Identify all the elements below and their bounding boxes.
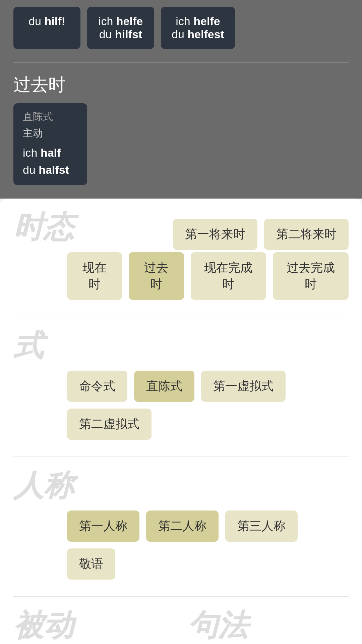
- voice-title: 被动: [13, 610, 174, 640]
- chip-past-perfect[interactable]: 过去完成时: [273, 252, 349, 300]
- conj-card-3[interactable]: ich helfe du helfest: [161, 7, 235, 49]
- chip-first-person[interactable]: 第一人称: [67, 511, 139, 542]
- divider-1: [13, 317, 349, 317]
- chip-present-perfect[interactable]: 现在完成时: [191, 252, 266, 300]
- card3-line2-normal: du: [172, 28, 187, 41]
- card1-normal: du: [28, 15, 44, 28]
- chip-second-future[interactable]: 第二将来时: [264, 219, 349, 250]
- voice-syntax-row: 被动 主动 被动 句法: [13, 610, 349, 644]
- card2-line1-normal: ich: [99, 15, 116, 28]
- divider-2: [13, 457, 349, 457]
- card2-line1-bold: helfe: [116, 15, 143, 28]
- past-voice-label: 主动: [23, 126, 78, 140]
- chip-first-future[interactable]: 第一将来时: [173, 219, 257, 250]
- mode-section: 式 命令式 直陈式 第一虚拟式 第二虚拟式: [13, 330, 349, 440]
- conj-card-1[interactable]: du hilf!: [13, 7, 80, 49]
- voice-section: 被动 主动 被动: [13, 610, 174, 644]
- chip-indicative[interactable]: 直陈式: [134, 371, 194, 402]
- chip-subjunctive-2[interactable]: 第二虚拟式: [67, 409, 152, 440]
- chip-third-person[interactable]: 第三人称: [225, 511, 298, 542]
- card2-line2-normal: du: [99, 28, 115, 41]
- chip-imperative[interactable]: 命令式: [67, 371, 127, 402]
- person-title: 人称: [13, 470, 349, 500]
- card3-line1-normal: ich: [176, 15, 193, 28]
- chip-past[interactable]: 过去时: [129, 252, 184, 300]
- syntax-section: 句法: [188, 610, 349, 644]
- card3-line1-bold: helfe: [193, 15, 220, 28]
- tense-title: 时态: [13, 212, 74, 242]
- conj-card-2[interactable]: ich helfe du hilfst: [87, 7, 154, 49]
- top-section: du hilf! ich helfe du hilfst ich helfe d…: [0, 0, 362, 199]
- mode-title: 式: [13, 330, 349, 361]
- chip-formal[interactable]: 敬语: [67, 548, 115, 580]
- tense-bottom-chips: 现在时 过去时 现在完成时 过去完成时: [13, 252, 349, 300]
- card2-line2-bold: hilfst: [115, 28, 142, 41]
- conjugation-cards: du hilf! ich helfe du hilfst ich helfe d…: [13, 7, 349, 49]
- syntax-title: 句法: [188, 610, 349, 640]
- chip-subjunctive-1[interactable]: 第一虚拟式: [201, 371, 286, 402]
- past-forms: ich halfdu halfst: [23, 144, 78, 178]
- top-divider: [13, 62, 349, 63]
- card3-line2-bold: helfest: [187, 28, 224, 41]
- divider-3: [13, 596, 349, 597]
- mode-chips: 命令式 直陈式 第一虚拟式 第二虚拟式: [13, 371, 349, 440]
- chip-second-person[interactable]: 第二人称: [146, 511, 219, 542]
- past-tense-label: 过去时: [13, 73, 349, 97]
- chip-present[interactable]: 现在时: [67, 252, 122, 300]
- past-mode-label: 直陈式: [23, 110, 78, 124]
- filter-panel: 时态 第一将来时 第二将来时 现在时 过去时 现在完成时 过去完成时 式 命令式…: [0, 199, 362, 644]
- card1-bold: hilf!: [44, 15, 65, 28]
- tense-section: 时态 第一将来时 第二将来时 现在时 过去时 现在完成时 过去完成时: [13, 212, 349, 300]
- person-chips: 第一人称 第二人称 第三人称 敬语: [13, 511, 349, 580]
- person-section: 人称 第一人称 第二人称 第三人称 敬语: [13, 470, 349, 580]
- past-tense-card[interactable]: 直陈式 主动 ich halfdu halfst: [13, 103, 87, 185]
